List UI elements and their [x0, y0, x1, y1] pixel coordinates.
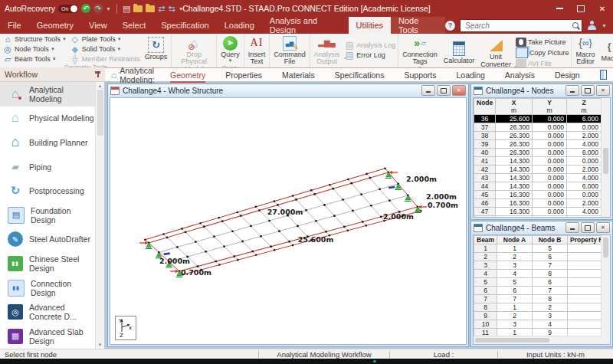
workflow-tab-geometry[interactable]: Geometry	[170, 69, 205, 83]
macro-editor-button[interactable]: Macro Editor	[573, 34, 597, 67]
menu-tab-utilities[interactable]: Utilities	[349, 17, 391, 34]
workflow-tab-materials[interactable]: Materials	[282, 69, 315, 81]
workflow-tab-properties[interactable]: Properties	[225, 69, 262, 81]
restore-button[interactable]	[570, 0, 592, 17]
column-header-property-refn[interactable]: Property Refn.	[568, 236, 602, 244]
menu-tab-node-tools[interactable]: Node Tools	[391, 17, 445, 34]
sidebar-scrollbar[interactable]: ▲ ▼	[95, 82, 104, 349]
redo-icon[interactable]: ↷	[93, 4, 103, 13]
table-row[interactable]: 448	[474, 270, 602, 278]
undo-icon[interactable]: ↶	[81, 4, 90, 13]
column-header-z[interactable]: Zm	[567, 99, 602, 115]
beams-horizontal-scrollbar[interactable]	[474, 336, 602, 344]
workflow-tab-loading[interactable]: Loading	[456, 69, 484, 81]
structure-canvas[interactable]: 27.000m25.600m2.000m2.000m0.700m2.000m2.…	[110, 98, 466, 344]
menu-tab-select[interactable]: Select	[115, 17, 154, 34]
sidebar-item-physical-modeling[interactable]: Physical Modeling	[0, 107, 95, 131]
import-icon[interactable]: ⇄	[158, 4, 165, 14]
sidebar-item-building-planner[interactable]: Building Planner	[0, 130, 95, 155]
table-row[interactable]: 4414.3000.0006.000	[474, 182, 602, 191]
copy-picture-button[interactable]: Copy Picture	[515, 48, 570, 58]
search-input[interactable]	[464, 21, 572, 31]
table-row[interactable]: 778	[474, 295, 602, 303]
dropdown-caret-icon[interactable]: ▼	[179, 6, 184, 11]
view-close-icon[interactable]: ✕	[452, 85, 466, 96]
column-header-y[interactable]: Ym	[533, 99, 567, 115]
table-row[interactable]: 115	[474, 244, 602, 253]
unit-converter-button[interactable]: Unit Converter	[478, 37, 513, 68]
workflow-tab-specifications[interactable]: Specifications	[335, 69, 385, 81]
sidebar-item-postprocessing[interactable]: Postprocessing	[0, 179, 95, 203]
table-row[interactable]: 3926.3000.0004.000	[474, 140, 602, 149]
insert-text-button[interactable]: Insert Text	[246, 34, 268, 67]
beams-close-icon[interactable]: ✕	[596, 222, 610, 233]
sidebar-item-advanced-slab-design[interactable]: Advanced Slab Design	[0, 324, 95, 349]
folder-icon[interactable]	[146, 5, 155, 12]
sidebar-item-advanced-concrete-d[interactable]: Advanced Concrete D...	[0, 300, 95, 324]
macros-button[interactable]: Macros	[598, 38, 613, 63]
sidebar-item-connection-design[interactable]: Connection Design	[0, 276, 95, 300]
scrollbar-thumb[interactable]	[97, 90, 103, 136]
table-row[interactable]: 337	[474, 261, 602, 270]
nodes-close-icon[interactable]: ✕	[596, 85, 610, 96]
table-row[interactable]: 4516.3000.0000.000	[474, 191, 602, 199]
menu-tab-specification[interactable]: Specification	[153, 17, 216, 34]
view-minimize-icon[interactable]	[421, 85, 435, 96]
beam-tools-button[interactable]: Beam Tools▼	[2, 54, 67, 64]
table-row[interactable]: 3826.3000.0002.000	[474, 132, 602, 140]
beams-vertical-scrollbar[interactable]	[601, 235, 610, 344]
sidebar-item-analytical-modeling[interactable]: Analytical Modeling	[0, 82, 95, 107]
close-button[interactable]: ✕	[592, 0, 613, 17]
command-file-button[interactable]: Command File	[271, 34, 308, 67]
column-header-node[interactable]: Node	[474, 99, 496, 115]
table-row[interactable]: 1034	[474, 320, 602, 329]
table-row[interactable]: 4214.3000.0002.000	[474, 166, 602, 174]
scroll-up-icon[interactable]: ▲	[98, 84, 103, 88]
workflow-tab-analysis[interactable]: Analysis	[505, 69, 535, 81]
save-icon[interactable]: ▤	[123, 4, 130, 14]
table-row[interactable]: 556	[474, 278, 602, 287]
search-box[interactable]	[460, 19, 582, 32]
nodes-maximize-icon[interactable]	[581, 85, 595, 96]
user-icon[interactable]	[587, 21, 597, 30]
table-row[interactable]: 3625.6000.0006.000	[474, 115, 602, 123]
table-row[interactable]: 4314.3000.0004.000	[474, 174, 602, 182]
column-header-node-b[interactable]: Node B	[533, 236, 568, 244]
table-row[interactable]: 3726.3000.0000.000	[474, 123, 602, 132]
help-icon[interactable]: ?	[445, 21, 455, 31]
workflow-tab-design[interactable]: Design	[555, 69, 580, 81]
menu-tab-analysis-and-design[interactable]: Analysis and Design	[262, 17, 349, 34]
layout-icon[interactable]	[600, 70, 607, 80]
sidebar-item-steel-autodrafter[interactable]: Steel AutoDrafter	[0, 228, 95, 252]
minimize-button[interactable]	[549, 0, 570, 17]
menu-tab-file[interactable]: File	[0, 17, 29, 34]
user-dropdown-caret[interactable]: ▼	[602, 23, 607, 28]
query-button[interactable]: Query▼	[218, 34, 242, 64]
menu-tab-geometry[interactable]: Geometry	[29, 17, 81, 34]
beams-maximize-icon[interactable]	[581, 222, 595, 233]
node-tools-button[interactable]: Node Tools▼	[2, 44, 67, 54]
beams-minimize-icon[interactable]	[565, 222, 579, 233]
nodes-minimize-icon[interactable]	[565, 85, 579, 96]
scroll-down-icon[interactable]: ▼	[98, 343, 103, 347]
table-row[interactable]: 4026.3000.0006.000	[474, 149, 602, 157]
sidebar-item-foundation-design[interactable]: Foundation Design	[0, 203, 95, 228]
table-row[interactable]: 4816.3000.0006.000	[474, 216, 602, 218]
menu-tab-view[interactable]: View	[81, 17, 115, 34]
table-row[interactable]: 4716.3000.0004.000	[474, 208, 602, 216]
groups-button[interactable]: Groups	[143, 37, 170, 61]
column-header-x[interactable]: Xm	[496, 99, 533, 115]
view-maximize-icon[interactable]	[437, 85, 451, 96]
structure-tools-button[interactable]: Structure Tools▼	[2, 34, 67, 44]
open-folder-icon[interactable]	[133, 5, 143, 12]
take-picture-button[interactable]: Take Picture	[515, 38, 570, 47]
column-header-beam[interactable]: Beam	[474, 236, 497, 244]
sidebar-item-chinese-steel-design[interactable]: Chinese Steel Design	[0, 251, 95, 276]
nodes-vertical-scrollbar[interactable]	[601, 98, 610, 217]
error-log-button[interactable]: Error Log	[343, 51, 396, 60]
table-row[interactable]: 812	[474, 303, 602, 312]
table-row[interactable]: 923	[474, 312, 602, 320]
solid-tools-button[interactable]: Solid Tools▼	[69, 44, 141, 54]
sidebar-item-piping[interactable]: Piping	[0, 155, 95, 179]
autorecovery-toggle[interactable]: On	[58, 5, 78, 13]
